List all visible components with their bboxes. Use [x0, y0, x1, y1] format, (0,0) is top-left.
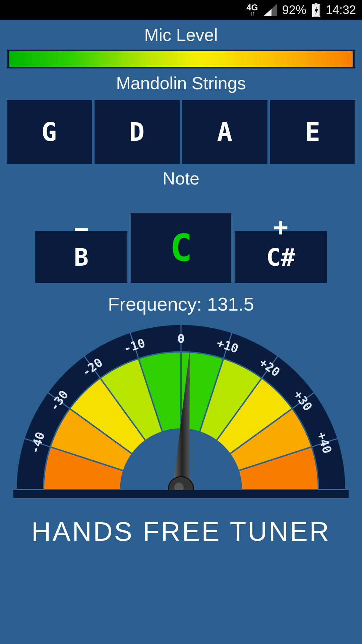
cents-gauge: -40-30-20-100+10+20+30+40: [7, 342, 355, 496]
mic-level-fill: [9, 51, 353, 67]
note-current-label: C: [170, 226, 192, 269]
string-label: D: [129, 117, 145, 147]
battery-charging-icon: [312, 3, 320, 17]
gauge-tick-label: 0: [177, 332, 185, 345]
note-next[interactable]: + C#: [235, 231, 327, 283]
note-current: C: [131, 213, 231, 283]
clock: 14:32: [326, 3, 356, 17]
strings-title: Mandolin Strings: [7, 73, 355, 93]
note-prev[interactable]: – B: [35, 231, 127, 283]
string-label: A: [217, 117, 233, 147]
gauge-base: [13, 490, 349, 498]
mic-level-title: Mic Level: [7, 25, 355, 45]
app-title: HANDS FREE TUNER: [7, 516, 355, 547]
mic-level-meter: [7, 50, 355, 68]
string-button-0[interactable]: G: [7, 100, 92, 164]
strings-row: G D A E: [7, 100, 355, 164]
frequency-readout: Frequency: 131.5: [7, 293, 355, 315]
string-button-1[interactable]: D: [95, 100, 180, 164]
string-label: E: [305, 117, 321, 147]
battery-percentage: 92%: [282, 3, 306, 17]
note-next-label: C#: [266, 243, 295, 271]
network-indicator: 4G ↓↑: [246, 4, 258, 16]
network-arrows-icon: ↓↑: [250, 11, 255, 16]
app-body: Mic Level Mandolin Strings G D A E Note …: [0, 20, 362, 644]
string-button-2[interactable]: A: [182, 100, 267, 164]
string-label: G: [42, 117, 57, 147]
note-title: Note: [7, 168, 355, 189]
string-button-3[interactable]: E: [270, 100, 355, 164]
plus-icon: +: [273, 212, 289, 243]
status-bar: 4G ↓↑ 92% 14:32: [0, 0, 362, 20]
note-prev-label: B: [74, 243, 88, 271]
minus-icon: –: [74, 212, 88, 243]
note-row: – B C + C#: [7, 196, 355, 283]
frequency-label: Frequency:: [108, 293, 202, 315]
signal-icon: [263, 4, 277, 16]
frequency-value: 131.5: [207, 293, 254, 315]
